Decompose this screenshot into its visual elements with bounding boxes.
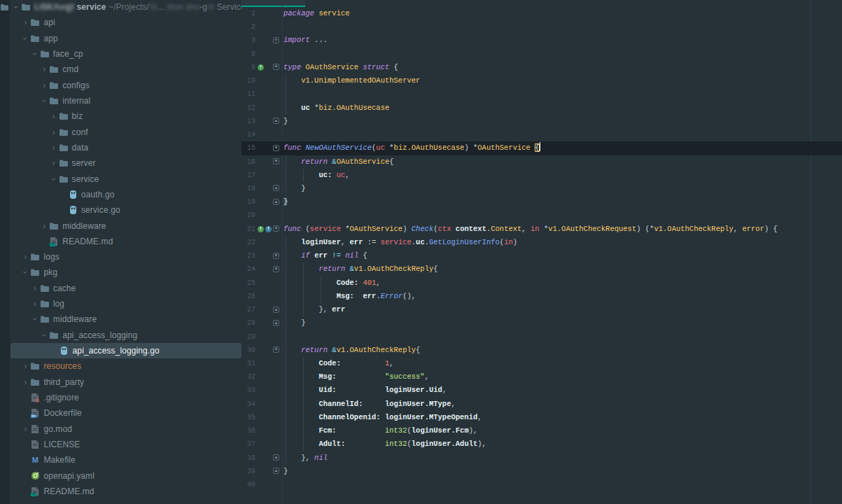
line-number-11[interactable]: 11 xyxy=(241,88,255,101)
line-number-9[interactable]: 9 xyxy=(241,61,255,74)
line-number-30[interactable]: 30 xyxy=(241,344,255,357)
code-line-29[interactable]: 29 xyxy=(241,330,842,344)
code-line-28[interactable]: 28▴ } xyxy=(241,316,842,330)
line-number-21[interactable]: 21 xyxy=(241,223,255,236)
code-line-34[interactable]: 34 ChannelId: loginUser.MType, xyxy=(241,398,842,411)
line-number-35[interactable]: 35 xyxy=(241,411,255,424)
code-line-26[interactable]: 26 Msg: err.Error(), xyxy=(241,290,842,303)
code-line-37[interactable]: 37 Adult: int32(loginUser.Adult), xyxy=(241,438,842,451)
fold-marker-icon[interactable]: + xyxy=(273,37,279,43)
line-number-26[interactable]: 26 xyxy=(241,290,255,303)
fold-marker-icon[interactable]: ▴ xyxy=(273,118,279,124)
chevron-down-icon[interactable]: › xyxy=(50,175,58,183)
sidebar-item-go.mod[interactable]: ›go.mod xyxy=(10,421,241,436)
code-line-30[interactable]: 30▾ return &v1.OAuthCheckReply{ xyxy=(241,344,842,357)
line-number-10[interactable]: 10 xyxy=(241,74,255,88)
fold-marker-icon[interactable]: ▾ xyxy=(273,266,279,272)
code-line-25[interactable]: 25 Code: 401, xyxy=(241,276,842,290)
sidebar-item-makefile[interactable]: ›MMakefile xyxy=(10,452,241,468)
code-line-16[interactable]: 16▾ return &OAuthService{ xyxy=(241,155,842,169)
fold-marker-icon[interactable]: ▾ xyxy=(273,253,279,259)
code-line-27[interactable]: 27▴ }, err xyxy=(241,303,842,316)
line-number-15[interactable]: 15 xyxy=(241,141,255,155)
chevron-right-icon[interactable]: › xyxy=(21,378,29,386)
code-line-13[interactable]: 13▴} xyxy=(241,115,842,128)
code-line-2[interactable]: 2 xyxy=(241,20,842,34)
line-number-3[interactable]: 3 xyxy=(241,34,255,47)
chevron-right-icon[interactable]: › xyxy=(31,284,39,293)
sidebar-item-biz[interactable]: ›biz xyxy=(10,108,241,124)
sidebar-item-license[interactable]: ›LICENSE xyxy=(10,437,241,452)
line-number-23[interactable]: 23 xyxy=(241,249,255,262)
fold-marker-icon[interactable]: ▾ xyxy=(273,64,279,70)
sidebar-item-api_access_logging[interactable]: ›api_access_logging xyxy=(10,328,241,343)
sidebar-item-third_party[interactable]: ›third_party xyxy=(10,374,241,390)
sidebar-item-app[interactable]: ›app xyxy=(10,31,241,46)
code-editor[interactable]: 1package service23+import ...89↑▾type OA… xyxy=(241,0,842,504)
sidebar-item-service.go[interactable]: ›service.go xyxy=(10,202,241,218)
line-number-12[interactable]: 12 xyxy=(241,102,255,115)
code-line-32[interactable]: 32 Msg: "success", xyxy=(241,370,842,384)
fold-marker-icon[interactable]: ▾ xyxy=(273,225,279,232)
line-number-20[interactable]: 20 xyxy=(241,209,255,222)
sidebar-item-cmd[interactable]: ›cmd xyxy=(10,62,241,77)
line-number-16[interactable]: 16 xyxy=(241,155,255,169)
chevron-right-icon[interactable]: › xyxy=(31,300,39,308)
fold-marker-icon[interactable]: ▾ xyxy=(273,145,279,151)
sidebar-item-readme.md[interactable]: ›MDREADME.md xyxy=(10,484,241,499)
fold-marker-icon[interactable]: ▴ xyxy=(273,320,279,326)
sidebar-item-api_access_logging.go[interactable]: ›api_access_logging.go xyxy=(10,343,241,358)
fold-marker-icon[interactable]: ▾ xyxy=(273,346,279,353)
code-line-21[interactable]: 21↑↑▾func (service *OAuthService) Check(… xyxy=(241,223,842,236)
chevron-right-icon[interactable]: › xyxy=(21,18,29,27)
chevron-down-icon[interactable]: › xyxy=(40,97,48,105)
sidebar-item-.gitignore[interactable]: ›.gitignore xyxy=(10,390,241,405)
line-number-2[interactable]: 2 xyxy=(241,20,255,34)
line-number-8[interactable]: 8 xyxy=(241,48,255,61)
chevron-right-icon[interactable]: › xyxy=(21,253,29,261)
sidebar-item-api[interactable]: ›api xyxy=(10,15,241,30)
chevron-down-icon[interactable]: › xyxy=(31,50,39,58)
sidebar-item-readme.md[interactable]: ›MDREADME.md xyxy=(10,234,241,249)
implemented-marker-icon[interactable]: ↑ xyxy=(258,226,264,232)
line-number-25[interactable]: 25 xyxy=(241,276,255,290)
line-number-33[interactable]: 33 xyxy=(241,384,255,397)
sidebar-item-middleware[interactable]: ›middleware xyxy=(10,312,241,327)
sidebar-item-pkg[interactable]: ›pkg xyxy=(10,265,241,280)
sidebar-item-project-root[interactable]: ›Lt5KAvqjt service ~/Projects/Xt... dnm … xyxy=(10,0,241,15)
sidebar-item-conf[interactable]: ›conf xyxy=(10,125,241,140)
code-line-24[interactable]: 24▾ return &v1.OAuthCheckReply{ xyxy=(241,262,842,276)
code-line-10[interactable]: 10 v1.UnimplementedOAuthServer xyxy=(241,74,842,88)
project-tree[interactable]: ›Lt5KAvqjt service ~/Projects/Xt... dnm … xyxy=(10,0,241,504)
code-line-22[interactable]: 22 loginUser, err := service.uc.GetLogin… xyxy=(241,236,842,249)
line-number-14[interactable]: 14 xyxy=(241,128,255,141)
line-number-28[interactable]: 28 xyxy=(241,316,255,330)
code-line-17[interactable]: 17 uc: uc, xyxy=(241,169,842,182)
code-line-23[interactable]: 23▾ if err != nil { xyxy=(241,249,842,262)
sidebar-item-resources[interactable]: ›resources xyxy=(10,358,241,374)
line-number-17[interactable]: 17 xyxy=(241,169,255,182)
chevron-right-icon[interactable]: › xyxy=(40,65,48,74)
sidebar-item-oauth.go[interactable]: ›oauth.go xyxy=(10,187,241,202)
line-number-34[interactable]: 34 xyxy=(241,398,255,411)
fold-marker-icon[interactable]: ▾ xyxy=(273,158,279,164)
fold-marker-icon[interactable]: ▴ xyxy=(273,454,279,461)
code-line-31[interactable]: 31 Code: 1, xyxy=(241,357,842,370)
line-number-40[interactable]: 40 xyxy=(241,478,255,491)
chevron-right-icon[interactable]: › xyxy=(40,81,48,90)
code-line-15[interactable]: 15▾func NewOAuthService(uc *biz.OAuthUse… xyxy=(241,141,842,155)
chevron-down-icon[interactable]: › xyxy=(21,34,29,43)
sidebar-item-logs[interactable]: ›logs xyxy=(10,249,241,265)
chevron-right-icon[interactable]: › xyxy=(50,159,58,167)
chevron-right-icon[interactable]: › xyxy=(21,425,29,433)
fold-marker-icon[interactable]: ▴ xyxy=(273,468,279,474)
chevron-down-icon[interactable]: › xyxy=(40,331,48,340)
code-line-18[interactable]: 18▴ } xyxy=(241,182,842,195)
code-line-20[interactable]: 20 xyxy=(241,209,842,222)
sidebar-item-service[interactable]: ›service xyxy=(10,171,241,186)
code-line-33[interactable]: 33 Uid: loginUser.Uid, xyxy=(241,384,842,397)
sidebar-item-dockerfile[interactable]: ›Dockerfile xyxy=(10,405,241,421)
project-view-icon[interactable] xyxy=(1,1,9,14)
line-number-39[interactable]: 39 xyxy=(241,465,255,478)
chevron-down-icon[interactable]: › xyxy=(31,315,39,323)
